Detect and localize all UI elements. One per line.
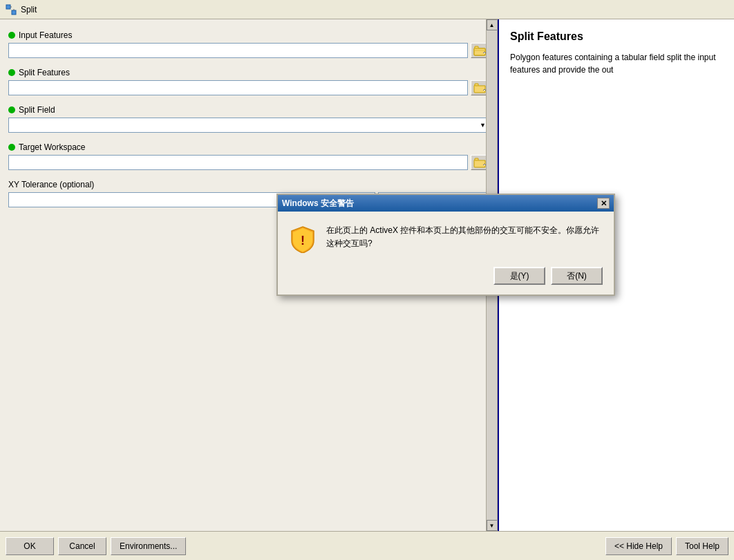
dialog-title-text: Windows 安全警告 <box>282 198 354 209</box>
dialog-overlay: Windows 安全警告 ✕ ! 在此页上的 ActiveX 控件和本页上的其他… <box>0 0 734 560</box>
dialog-message: 在此页上的 ActiveX 控件和本页上的其他部份的交互可能不安全。你愿允许这种… <box>326 224 603 250</box>
dialog-content-row: ! 在此页上的 ActiveX 控件和本页上的其他部份的交互可能不安全。你愿允许… <box>289 224 603 253</box>
svg-text:!: ! <box>301 234 305 248</box>
dialog-close-button[interactable]: ✕ <box>597 198 610 209</box>
dialog-buttons: 是(Y) 否(N) <box>289 267 603 285</box>
dialog-title-bar: Windows 安全警告 ✕ <box>278 195 614 212</box>
yes-button[interactable]: 是(Y) <box>493 267 545 285</box>
no-button[interactable]: 否(N) <box>551 267 603 285</box>
dialog-body: ! 在此页上的 ActiveX 控件和本页上的其他部份的交互可能不安全。你愿允许… <box>278 212 614 295</box>
security-dialog: Windows 安全警告 ✕ ! 在此页上的 ActiveX 控件和本页上的其他… <box>276 194 615 296</box>
shield-icon: ! <box>289 225 317 253</box>
